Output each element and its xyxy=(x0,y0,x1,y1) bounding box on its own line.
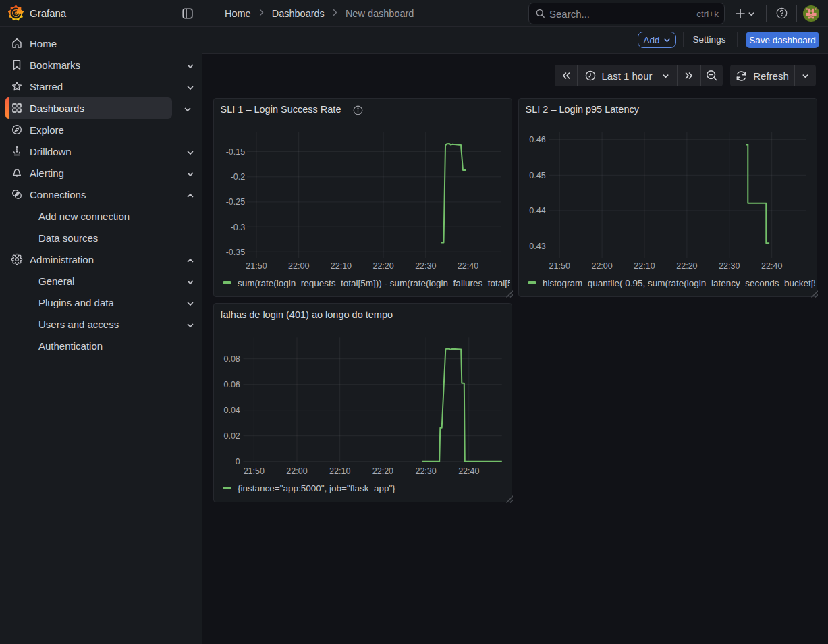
svg-text:22:10: 22:10 xyxy=(331,261,352,271)
svg-text:22:20: 22:20 xyxy=(372,261,393,271)
svg-text:22:30: 22:30 xyxy=(415,261,436,271)
svg-text:-0.15: -0.15 xyxy=(226,147,246,157)
svg-text:22:00: 22:00 xyxy=(288,261,309,271)
svg-text:0.43: 0.43 xyxy=(529,242,545,251)
svg-text:-0.25: -0.25 xyxy=(226,197,246,207)
svg-text:22:20: 22:20 xyxy=(676,261,697,271)
svg-text:22:30: 22:30 xyxy=(719,261,740,271)
svg-text:22:30: 22:30 xyxy=(415,466,436,476)
svg-text:21:50: 21:50 xyxy=(244,466,265,476)
svg-text:22:10: 22:10 xyxy=(329,466,350,476)
svg-text:22:40: 22:40 xyxy=(761,261,782,271)
svg-text:0.08: 0.08 xyxy=(223,354,240,364)
svg-text:0: 0 xyxy=(236,457,240,466)
svg-text:22:40: 22:40 xyxy=(458,261,478,271)
svg-text:0.02: 0.02 xyxy=(223,431,240,441)
svg-text:22:00: 22:00 xyxy=(591,261,612,271)
svg-text:0.04: 0.04 xyxy=(223,406,240,415)
svg-text:22:20: 22:20 xyxy=(372,466,393,476)
svg-text:0.46: 0.46 xyxy=(529,135,545,144)
svg-text:21:50: 21:50 xyxy=(246,261,267,271)
svg-text:0.06: 0.06 xyxy=(223,380,240,390)
svg-text:21:50: 21:50 xyxy=(549,261,570,271)
svg-text:-0.3: -0.3 xyxy=(231,223,246,232)
svg-text:22:40: 22:40 xyxy=(458,466,479,476)
svg-text:22:10: 22:10 xyxy=(634,261,655,271)
svg-text:22:00: 22:00 xyxy=(286,466,307,476)
svg-text:-0.35: -0.35 xyxy=(226,248,246,257)
svg-text:0.44: 0.44 xyxy=(529,206,545,215)
svg-text:-0.2: -0.2 xyxy=(231,172,246,182)
svg-text:0.45: 0.45 xyxy=(529,171,545,180)
